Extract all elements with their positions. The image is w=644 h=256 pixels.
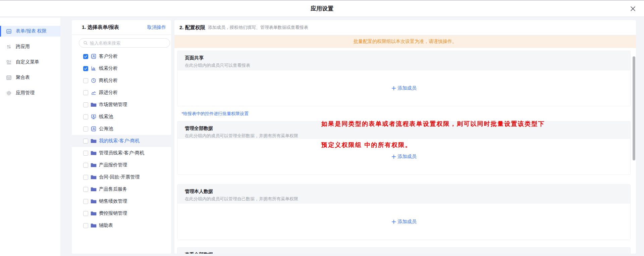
permission-panel-header: 2. 配置权限 添加成员，授权他们填写、管理表单数据或查看报表 [174, 20, 636, 35]
form-list-row[interactable]: 产品售后服务 [72, 183, 171, 195]
bar-chart-icon [91, 65, 97, 71]
form-item-label: 市场营销管理 [99, 102, 127, 108]
section-member-area: 添加成员 [177, 70, 630, 106]
batch-permission-link[interactable]: *给报表中的控件进行批量权限设置 [181, 111, 249, 117]
search-icon [83, 40, 88, 47]
cancel-action-link[interactable]: 取消操作 [147, 24, 166, 31]
permission-panel-title: 2. 配置权限 [179, 24, 205, 31]
form-list-row[interactable]: 合同-回款-开票管理 [72, 171, 171, 183]
checkbox-unchecked[interactable] [83, 114, 88, 119]
form-list-row[interactable]: 商机分析 [72, 74, 171, 87]
form-list-row[interactable]: 市场营销管理 [72, 99, 171, 111]
section-header: 查看全部数据 [177, 248, 630, 254]
permission-panel-subtitle: 添加成员，授权他们填写、管理表单数据或查看报表 [208, 24, 308, 31]
form-item-label: 线索分析 [99, 65, 118, 71]
form-item-label: 管理员线索-客户-商机 [99, 150, 144, 156]
form-list-row[interactable]: 管理员线索-客户-商机 [72, 147, 171, 159]
close-icon[interactable] [629, 5, 637, 12]
form-list-row[interactable]: 产品报价管理 [72, 159, 171, 171]
cross-app-icon [6, 44, 12, 50]
form-list-row[interactable]: 跟进分析 [72, 87, 171, 99]
form-item-label: 费控报销管理 [99, 210, 127, 216]
form-item-label: 公海池 [99, 126, 113, 132]
form-list-row[interactable]: 线索池 [72, 111, 171, 123]
sidebar-item-label: 聚合表 [16, 74, 30, 81]
checkbox-unchecked[interactable] [83, 223, 88, 228]
folder-icon [91, 198, 97, 204]
checkbox-unchecked[interactable] [83, 187, 88, 192]
vertical-scrollbar[interactable] [633, 56, 635, 160]
sidebar-item-2[interactable]: 跨应用 [0, 41, 60, 52]
contact-book-icon [91, 126, 97, 132]
permission-section-4: 查看全部数据 [177, 247, 631, 254]
search-box [79, 38, 168, 48]
form-panel-title: 1. 选择表单/报表 [82, 24, 119, 31]
folder-icon [91, 210, 97, 216]
red-annotation-line2: 预定义权限组 中的所有权限。 [321, 142, 545, 149]
folder-icon [91, 222, 97, 228]
form-item-label: 合同-回款-开票管理 [99, 174, 140, 180]
add-member-button[interactable]: 添加成员 [391, 85, 417, 91]
form-list-row[interactable]: 线索分析 [72, 62, 171, 74]
section-description: 在此分组内的成员只可以查看报表 [185, 62, 630, 68]
checkbox-unchecked[interactable] [83, 139, 88, 144]
folder-icon [91, 186, 97, 192]
sidebar-item-5[interactable]: 应用管理 [0, 88, 60, 98]
add-member-label: 添加成员 [398, 85, 417, 91]
search-input[interactable] [79, 38, 170, 48]
red-annotation-line1: 如果是同类型的表单或者流程表单设置权限，则可以同时批量设置该类型下 [321, 120, 545, 127]
board-icon [91, 114, 97, 120]
permission-section-3: 管理本人数据在此分组内的成员可以管理自己数据，并拥有所有菜单权限添加成员 [177, 184, 631, 240]
form-list-row[interactable]: 销售绩效管理 [72, 195, 171, 207]
folder-icon [91, 102, 97, 108]
checkbox-checked[interactable] [83, 54, 88, 59]
sidebar-item-label: 应用管理 [16, 90, 35, 96]
checkbox-checked[interactable] [83, 66, 88, 71]
section-title: 管理本人数据 [185, 188, 630, 195]
section-header: 管理本人数据在此分组内的成员可以管理自己数据，并拥有所有菜单权限 [177, 185, 630, 204]
form-item-label: 产品报价管理 [99, 162, 127, 168]
page-title: 应用设置 [311, 5, 333, 12]
add-member-button[interactable]: 添加成员 [391, 219, 417, 225]
plus-icon [391, 219, 396, 224]
form-list-row[interactable]: 费控报销管理 [72, 207, 171, 219]
checkbox-unchecked[interactable] [83, 151, 88, 156]
checkbox-unchecked[interactable] [83, 102, 88, 107]
form-list-row[interactable]: 我的线索-客户-商机 [72, 135, 171, 147]
warning-banner: 批量配置的权限组以本次设置为准，请谨慎操作。 [174, 35, 636, 48]
checkbox-unchecked[interactable] [83, 199, 88, 204]
checkbox-unchecked[interactable] [83, 78, 88, 83]
sidebar-item-4[interactable]: 聚合表 [0, 72, 60, 83]
form-report-list: 客户分析线索分析商机分析跟进分析市场营销管理线索池公海池我的线索-客户-商机管理… [72, 50, 171, 232]
line-chart-icon [91, 90, 97, 96]
sidebar-item-3[interactable]: 自定义菜单 [0, 57, 60, 67]
section-header: 页面共享在此分组内的成员只可以查看报表 [177, 51, 630, 70]
plus-icon [391, 86, 396, 91]
form-list-row[interactable]: 辅助表 [72, 219, 171, 232]
form-list-row[interactable]: 公海池 [72, 123, 171, 135]
checkbox-unchecked[interactable] [83, 175, 88, 180]
report-icon [6, 29, 12, 34]
checkbox-unchecked[interactable] [83, 126, 88, 132]
sidebar-item-label: 表单/报表 权限 [16, 28, 47, 34]
form-item-label: 线索池 [99, 114, 113, 120]
form-list-row[interactable]: 客户分析 [72, 50, 171, 62]
checkbox-unchecked[interactable] [83, 90, 88, 95]
folder-icon [91, 150, 97, 156]
section-description: 在此分组内的成员可以管理自己数据，并拥有所有菜单权限 [185, 196, 630, 202]
sidebar-item-1[interactable]: 表单/报表 权限 [0, 26, 60, 37]
form-item-label: 客户分析 [99, 53, 118, 59]
sidebar-item-label: 跨应用 [16, 44, 30, 50]
aggregate-table-icon [6, 75, 12, 81]
sidebar: 表单/报表 权限跨应用自定义菜单聚合表应用管理 [0, 18, 60, 256]
gear-icon [6, 90, 12, 96]
permission-section-1: 页面共享在此分组内的成员只可以查看报表添加成员 [177, 51, 631, 106]
add-member-label: 添加成员 [398, 219, 417, 225]
form-report-panel: 1. 选择表单/报表 取消操作 客户分析线索分析商机分析跟进分析市场营销管理线索… [72, 20, 171, 254]
checkbox-unchecked[interactable] [83, 163, 88, 168]
checkbox-unchecked[interactable] [83, 211, 88, 216]
contact-book-icon [91, 53, 97, 59]
section-title: 页面共享 [185, 54, 630, 61]
section-member-area: 添加成员 [177, 204, 630, 240]
section-title: 查看全部数据 [185, 251, 630, 254]
